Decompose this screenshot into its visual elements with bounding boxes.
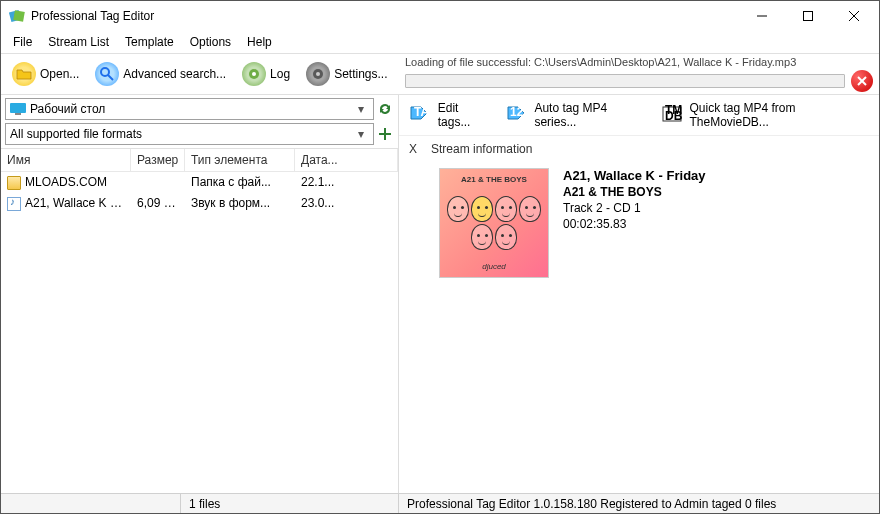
left-bottom-spacer — [1, 475, 398, 493]
stream-info-label: Stream information — [431, 142, 532, 156]
main-toolbar: Open... Advanced search... Log Settings.… — [1, 53, 879, 95]
col-size-header[interactable]: Размер — [131, 149, 185, 171]
table-row[interactable]: A21, Wallace K - ... 6,09 МБ Звук в форм… — [1, 193, 398, 214]
close-icon — [856, 75, 868, 87]
svg-line-7 — [108, 75, 113, 80]
svg-point-6 — [101, 68, 109, 76]
stream-close-x[interactable]: X — [409, 142, 417, 156]
settings-button[interactable]: Settings... — [299, 58, 394, 90]
maximize-button[interactable] — [785, 1, 831, 31]
statusbar-registration: Professional Tag Editor 1.0.158.180 Regi… — [399, 494, 879, 513]
svg-text:DB: DB — [665, 109, 683, 123]
menu-help[interactable]: Help — [239, 33, 280, 51]
statusbar-left — [1, 494, 181, 513]
folder-icon — [7, 176, 21, 190]
col-date-header[interactable]: Дата... — [295, 149, 398, 171]
svg-text:123: 123 — [510, 105, 530, 119]
stream-body: A21 & THE BOYS djuced A21, Wallace K - F… — [399, 162, 879, 288]
svg-rect-15 — [15, 113, 21, 115]
menubar: File Stream List Template Options Help — [1, 31, 879, 53]
path-combo[interactable]: Рабочий стол ▾ — [5, 98, 374, 120]
advanced-search-label: Advanced search... — [123, 67, 226, 81]
auto-tag-button[interactable]: 123 Auto tag MP4 series... — [502, 99, 651, 131]
chevron-down-icon: ▾ — [353, 102, 369, 116]
add-button[interactable] — [376, 125, 394, 143]
plus-icon — [378, 127, 392, 141]
auto-tag-label: Auto tag MP4 series... — [534, 101, 646, 129]
menu-file[interactable]: File — [5, 33, 40, 51]
quick-tag-tmdb-button[interactable]: TMDB Quick tag MP4 from TheMovieDB... — [657, 99, 873, 131]
search-icon — [95, 62, 119, 86]
filter-row: All supported file formats ▾ — [1, 123, 398, 148]
col-type-header[interactable]: Тип элемента — [185, 149, 295, 171]
progress-row — [405, 70, 873, 92]
gear-dark-icon — [306, 62, 330, 86]
album-art: A21 & THE BOYS djuced — [439, 168, 549, 278]
track-duration: 00:02:35.83 — [563, 217, 706, 231]
refresh-button[interactable] — [376, 100, 394, 118]
path-row: Рабочий стол ▾ — [1, 95, 398, 123]
toolbar-left: Open... Advanced search... Log Settings.… — [1, 54, 399, 94]
tmdb-icon: TMDB — [661, 104, 686, 126]
quick-tag-label: Quick tag MP4 from TheMovieDB... — [689, 101, 869, 129]
window-title: Professional Tag Editor — [31, 9, 739, 23]
album-art-title: A21 & THE BOYS — [461, 175, 527, 184]
log-label: Log — [270, 67, 290, 81]
music-file-icon — [7, 197, 21, 211]
path-label: Рабочий стол — [30, 102, 353, 116]
chevron-down-icon: ▾ — [353, 127, 369, 141]
desktop-icon — [10, 103, 26, 115]
track-title: A21, Wallace K - Friday — [563, 168, 706, 183]
edit-tags-button[interactable]: TAG Edit tags... — [405, 99, 496, 131]
folder-icon — [12, 62, 36, 86]
minimize-button[interactable] — [739, 1, 785, 31]
col-name-header[interactable]: Имя — [1, 149, 131, 171]
statusbar-files: 1 files — [181, 494, 399, 513]
right-toolbar: TAG Edit tags... 123 Auto tag MP4 series… — [399, 95, 879, 136]
statusbar: 1 files Professional Tag Editor 1.0.158.… — [1, 493, 879, 513]
svg-text:TAG: TAG — [414, 105, 433, 119]
track-info: A21, Wallace K - Friday A21 & THE BOYS T… — [563, 168, 706, 233]
app-icon — [9, 8, 25, 24]
left-panel: Рабочий стол ▾ All supported file format… — [1, 95, 399, 493]
svg-point-11 — [316, 72, 320, 76]
cancel-load-button[interactable] — [851, 70, 873, 92]
settings-label: Settings... — [334, 67, 387, 81]
refresh-icon — [378, 102, 392, 116]
progress-bar — [405, 74, 845, 88]
menu-template[interactable]: Template — [117, 33, 182, 51]
svg-point-9 — [252, 72, 256, 76]
filter-combo[interactable]: All supported file formats ▾ — [5, 123, 374, 145]
file-table: Имя Размер Тип элемента Дата... MLOADS.C… — [1, 148, 398, 475]
numbers-icon: 123 — [506, 104, 531, 126]
edit-tags-label: Edit tags... — [438, 101, 492, 129]
open-label: Open... — [40, 67, 79, 81]
album-art-logo: djuced — [482, 262, 506, 271]
svg-rect-14 — [10, 103, 26, 113]
table-header: Имя Размер Тип элемента Дата... — [1, 149, 398, 172]
stream-header: X Stream information — [399, 136, 879, 162]
titlebar: Professional Tag Editor — [1, 1, 879, 31]
album-art-faces — [444, 196, 544, 250]
toolbar-right: Loading of file successful: C:\Users\Adm… — [399, 54, 879, 94]
gear-icon — [242, 62, 266, 86]
track-artist: A21 & THE BOYS — [563, 185, 706, 199]
main-area: Рабочий стол ▾ All supported file format… — [1, 95, 879, 493]
tag-icon: TAG — [409, 104, 434, 126]
load-status-text: Loading of file successful: C:\Users\Adm… — [405, 56, 873, 68]
menu-options[interactable]: Options — [182, 33, 239, 51]
table-row[interactable]: MLOADS.COM Папка с фай... 22.1... — [1, 172, 398, 193]
open-button[interactable]: Open... — [5, 58, 86, 90]
close-button[interactable] — [831, 1, 877, 31]
window-controls — [739, 1, 877, 31]
svg-rect-1 — [13, 10, 25, 22]
track-number: Track 2 - CD 1 — [563, 201, 706, 215]
filter-label: All supported file formats — [10, 127, 353, 141]
right-panel: TAG Edit tags... 123 Auto tag MP4 series… — [399, 95, 879, 493]
menu-stream-list[interactable]: Stream List — [40, 33, 117, 51]
advanced-search-button[interactable]: Advanced search... — [88, 58, 233, 90]
svg-rect-3 — [804, 12, 813, 21]
log-button[interactable]: Log — [235, 58, 297, 90]
